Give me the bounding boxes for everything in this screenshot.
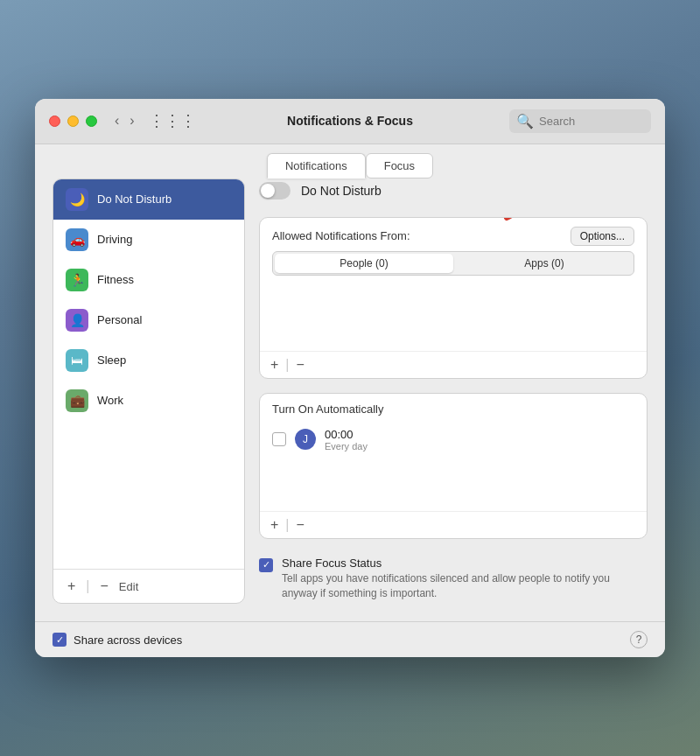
sidebar-item-label: Fitness	[97, 273, 134, 286]
share-across-checkbox[interactable]: ✓	[52, 633, 66, 647]
allowed-notifications-title: Allowed Notifications From:	[272, 229, 410, 242]
sidebar-item-fitness[interactable]: 🏃 Fitness	[53, 260, 244, 300]
traffic-lights	[49, 116, 97, 127]
search-icon: 🔍	[516, 113, 534, 130]
add-schedule-button[interactable]: +	[270, 517, 278, 533]
tab-bar: Notifications Focus	[35, 144, 665, 178]
schedule-list	[260, 458, 647, 511]
sleep-icon: 🛏	[66, 349, 88, 372]
turn-on-automatically-footer: + | −	[260, 511, 647, 538]
dnd-row: Do Not Disturb	[259, 178, 648, 203]
schedule-item: J 00:00 Every day	[260, 421, 647, 458]
main-content: 🌙 Do Not Disturb 🚗 Driving 🏃 Fitness 👤 P…	[35, 178, 665, 622]
remove-person-button[interactable]: −	[297, 357, 304, 373]
sidebar-item-label: Sleep	[97, 354, 126, 367]
share-focus-text: Share Focus Status Tell apps you have no…	[282, 556, 648, 601]
back-button[interactable]: ‹	[111, 111, 122, 130]
forward-button[interactable]: ›	[126, 111, 137, 130]
people-tab[interactable]: People (0)	[275, 254, 453, 273]
search-input[interactable]	[539, 115, 644, 128]
share-focus-checkbox[interactable]: ✓	[259, 558, 273, 572]
sidebar-list: 🌙 Do Not Disturb 🚗 Driving 🏃 Fitness 👤 P…	[53, 179, 244, 570]
window-title: Notifications & Focus	[287, 114, 413, 128]
sidebar-item-donotdisturb[interactable]: 🌙 Do Not Disturb	[53, 179, 244, 220]
share-focus-status-row: ✓ Share Focus Status Tell apps you have …	[259, 553, 648, 605]
schedule-icon: J	[295, 429, 316, 450]
sidebar: 🌙 Do Not Disturb 🚗 Driving 🏃 Fitness 👤 P…	[52, 178, 245, 605]
tab-notifications[interactable]: Notifications	[267, 153, 366, 178]
sidebar-item-personal[interactable]: 👤 Personal	[53, 300, 244, 340]
sidebar-item-sleep[interactable]: 🛏 Sleep	[53, 340, 244, 381]
search-bar: 🔍	[509, 109, 651, 133]
schedule-repeat: Every day	[325, 441, 368, 452]
people-apps-segmented-control: People (0) Apps (0)	[272, 251, 634, 276]
work-icon: 💼	[66, 389, 88, 412]
minimize-button[interactable]	[67, 116, 79, 127]
turn-on-automatically-panel: Turn On Automatically J 00:00 Every day …	[259, 393, 648, 539]
titlebar: ‹ › ⋮⋮⋮ Notifications & Focus 🔍	[35, 99, 665, 144]
sidebar-item-work[interactable]: 💼 Work	[53, 381, 244, 421]
help-button[interactable]: ?	[630, 631, 648, 648]
sidebar-item-label: Driving	[97, 233, 132, 246]
nav-buttons: ‹ ›	[111, 111, 138, 130]
sidebar-footer: + | − Edit	[53, 569, 244, 603]
do-not-disturb-icon: 🌙	[66, 188, 88, 211]
turn-on-automatically-title: Turn On Automatically	[272, 402, 383, 416]
window-footer: ✓ Share across devices ?	[35, 621, 665, 657]
turn-on-automatically-header: Turn On Automatically	[260, 394, 647, 421]
add-person-button[interactable]: +	[270, 357, 278, 373]
dnd-toggle[interactable]	[259, 182, 290, 200]
apps-tab[interactable]: Apps (0)	[455, 252, 634, 275]
allowed-people-list	[260, 281, 647, 351]
allowed-notifications-panel: Allowed Notifications From: Options... P…	[259, 217, 648, 379]
share-focus-title: Share Focus Status	[282, 556, 648, 570]
options-button[interactable]: Options...	[570, 227, 634, 246]
sidebar-item-label: Work	[97, 394, 123, 407]
tab-focus[interactable]: Focus	[366, 153, 433, 178]
sidebar-item-label: Do Not Disturb	[97, 192, 172, 206]
schedule-checkbox[interactable]	[272, 432, 286, 446]
sidebar-item-driving[interactable]: 🚗 Driving	[53, 220, 244, 260]
schedule-time: 00:00	[325, 428, 368, 441]
sidebar-item-label: Personal	[97, 313, 142, 326]
personal-icon: 👤	[66, 309, 88, 332]
remove-focus-button[interactable]: −	[97, 577, 112, 596]
driving-icon: 🚗	[66, 228, 88, 251]
share-across-row: ✓ Share across devices	[52, 633, 182, 647]
edit-label: Edit	[119, 580, 138, 593]
allowed-notifications-header: Allowed Notifications From: Options...	[260, 218, 647, 251]
share-across-label: Share across devices	[74, 634, 182, 647]
maximize-button[interactable]	[86, 116, 97, 127]
main-window: ‹ › ⋮⋮⋮ Notifications & Focus 🔍 Notifica…	[35, 99, 665, 658]
fitness-icon: 🏃	[66, 269, 88, 291]
share-focus-desc: Tell apps you have notifications silence…	[282, 571, 648, 601]
allowed-notifications-footer: + | −	[260, 351, 647, 378]
schedule-text: 00:00 Every day	[325, 428, 368, 452]
right-panel: Do Not Disturb Allowed Notifications Fro…	[259, 178, 648, 605]
add-focus-button[interactable]: +	[64, 577, 79, 596]
remove-schedule-button[interactable]: −	[297, 517, 304, 533]
dnd-label: Do Not Disturb	[301, 184, 382, 198]
grid-icon[interactable]: ⋮⋮⋮	[149, 111, 196, 130]
close-button[interactable]	[49, 116, 60, 127]
